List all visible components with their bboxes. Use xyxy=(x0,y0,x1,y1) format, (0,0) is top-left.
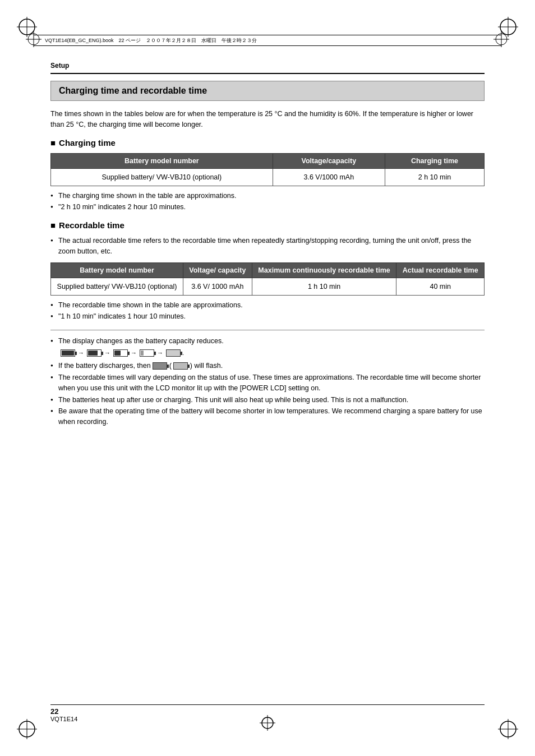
battery-icon-3q xyxy=(87,349,102,357)
battery-icons-row: → → → → . xyxy=(61,348,184,358)
page-number: 22 xyxy=(50,707,485,716)
general-note-5: Be aware that the operating time of the … xyxy=(50,406,485,427)
charging-time-heading: Charging time xyxy=(50,138,485,147)
recordable-note-2: "1 h 10 min" indicates 1 hour 10 minutes… xyxy=(50,311,485,322)
charging-time-value: 2 h 10 min xyxy=(385,168,484,186)
general-note-2: If the battery discharges, then ( ) will… xyxy=(50,361,485,371)
general-notes-list: The display changes as the battery capac… xyxy=(50,336,485,427)
rec-max-time: 1 h 10 min xyxy=(252,278,396,295)
recordable-time-table: Battery model number Voltage/ capacity M… xyxy=(50,262,485,296)
battery-icon-blink xyxy=(166,349,181,357)
rec-voltage: 3.6 V/ 1000 mAh xyxy=(183,278,252,295)
charging-voltage: 3.6 V/1000 mAh xyxy=(273,168,385,186)
battery-icon-discharge xyxy=(153,362,167,370)
recordable-time-heading: Recordable time xyxy=(50,220,485,230)
section-title: Charging time and recordable time xyxy=(59,86,476,96)
rec-battery-model: Supplied battery/ VW-VBJ10 (optional) xyxy=(51,278,183,295)
header-crosshair-right xyxy=(494,31,509,47)
header-text: VQT1E14(EB_GC_ENG).book 22 ページ ２００７年２月２８… xyxy=(34,37,257,44)
header-crosshair-left xyxy=(26,31,41,47)
main-content: Setup Charging time and recordable time … xyxy=(50,62,485,700)
rec-col-max: Maximum continuously recordable time xyxy=(252,262,396,278)
charging-table-row: Supplied battery/ VW-VBJ10 (optional) 3.… xyxy=(51,168,485,186)
bottom-crosshair xyxy=(260,715,275,732)
general-note-3: The recordable times will vary depending… xyxy=(50,372,485,394)
charging-battery-model: Supplied battery/ VW-VBJ10 (optional) xyxy=(51,168,273,186)
setup-label: Setup xyxy=(50,62,485,70)
charging-notes-list: The charging time shown in the table are… xyxy=(50,191,485,213)
charging-note-1: The charging time shown in the table are… xyxy=(50,191,485,201)
rec-col-battery: Battery model number xyxy=(51,262,183,278)
corner-mark-br xyxy=(498,719,518,739)
charging-time-table: Battery model number Voltage/capacity Ch… xyxy=(50,153,485,186)
recordable-intro-list: The actual recordable time refers to the… xyxy=(50,236,485,257)
rec-col-voltage: Voltage/ capacity xyxy=(183,262,252,278)
battery-icon-flash xyxy=(173,362,188,370)
charging-note-2: "2 h 10 min" indicates 2 hour 10 minutes… xyxy=(50,202,485,213)
corner-mark-bl xyxy=(17,719,37,739)
recordable-table-row: Supplied battery/ VW-VBJ10 (optional) 3.… xyxy=(51,278,485,295)
intro-text: The times shown in the tables below are … xyxy=(50,109,485,130)
general-note-4: The batteries heat up after use or charg… xyxy=(50,395,485,405)
section-title-box: Charging time and recordable time xyxy=(50,81,485,101)
general-note-1: The display changes as the battery capac… xyxy=(50,336,485,359)
battery-icon-full xyxy=(61,349,75,357)
battery-icon-1q xyxy=(140,349,154,357)
col-header-battery-model: Battery model number xyxy=(51,153,273,168)
battery-icon-half xyxy=(113,349,128,357)
header-bar: VQT1E14(EB_GC_ENG).book 22 ページ ２００７年２月２８… xyxy=(34,35,501,46)
recordable-intro-note: The actual recordable time refers to the… xyxy=(50,236,485,257)
rec-col-actual: Actual recordable time xyxy=(396,262,485,278)
col-header-charging-time: Charging time xyxy=(385,153,484,168)
section-divider xyxy=(50,330,485,330)
page: VQT1E14(EB_GC_ENG).book 22 ページ ２００７年２月２８… xyxy=(0,0,535,756)
col-header-voltage: Voltage/capacity xyxy=(273,153,385,168)
recordable-notes-list: The recordable time shown in the table a… xyxy=(50,300,485,322)
recordable-note-1: The recordable time shown in the table a… xyxy=(50,300,485,311)
rec-actual-time: 40 min xyxy=(396,278,485,295)
